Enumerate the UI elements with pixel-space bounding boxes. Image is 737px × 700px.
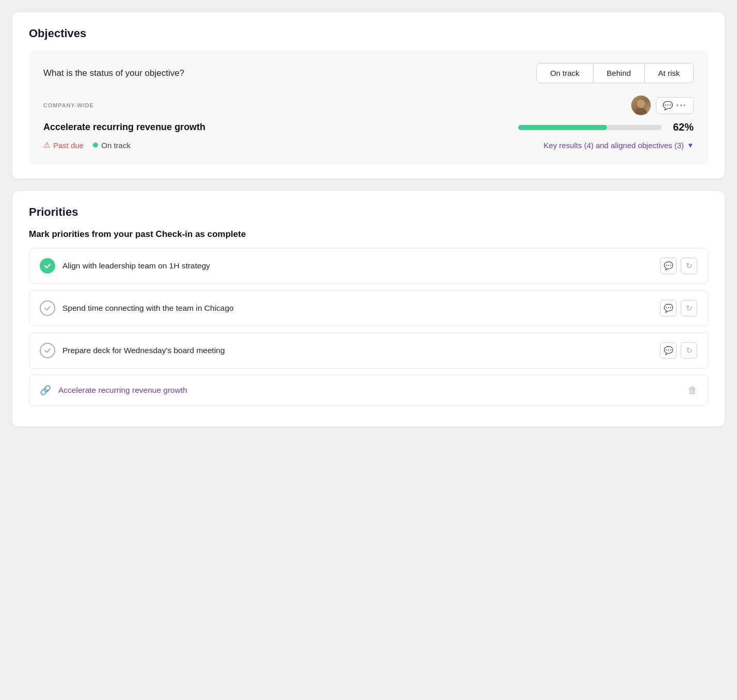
comment-icon-2: 💬 <box>664 304 674 313</box>
objective-status-row: ⚠ Past due On track Key results (4) and … <box>43 140 694 150</box>
refresh-button-2[interactable]: ↻ <box>681 300 697 316</box>
priorities-subtitle: Mark priorities from your past Check-in … <box>29 229 708 240</box>
priority-actions-1: 💬 ↻ <box>660 258 697 274</box>
objectives-title: Objectives <box>29 27 708 40</box>
refresh-icon-2: ↻ <box>686 304 693 313</box>
priority-link-item: 🔗 Accelerate recurring revenue growth 🗑 <box>29 375 708 406</box>
behind-button[interactable]: Behind <box>594 63 645 83</box>
priority-item-1: Align with leadership team on 1H strateg… <box>29 248 708 284</box>
company-wide-label: COMPANY-WIDE <box>43 102 94 108</box>
refresh-button-3[interactable]: ↻ <box>681 342 697 359</box>
checkmark-outline-icon-2 <box>43 304 52 312</box>
comment-button-3[interactable]: 💬 <box>660 342 677 359</box>
comment-button-1[interactable]: 💬 <box>660 258 677 274</box>
priority-actions-2: 💬 ↻ <box>660 300 697 316</box>
past-due-badge: ⚠ Past due <box>43 140 84 150</box>
refresh-button-1[interactable]: ↻ <box>681 258 697 274</box>
warning-icon: ⚠ <box>43 140 50 150</box>
on-track-button[interactable]: On track <box>537 63 594 83</box>
status-question-text: What is the status of your objective? <box>43 68 184 78</box>
status-button-group: On track Behind At risk <box>536 63 694 83</box>
priority-left-1: Align with leadership team on 1H strateg… <box>40 258 210 274</box>
comment-button[interactable]: 💬 ••• <box>656 97 694 114</box>
check-circle-outline-icon-3[interactable] <box>40 343 55 358</box>
link-icon: 🔗 <box>40 385 51 396</box>
checkmark-icon <box>43 262 52 270</box>
objective-title-text: Accelerate recurring revenue growth <box>43 122 205 133</box>
check-circle-outline-icon-2[interactable] <box>40 300 55 316</box>
progress-bar-fill <box>518 125 607 130</box>
avatar <box>631 96 651 115</box>
comment-icon-1: 💬 <box>664 261 674 271</box>
status-question-row: What is the status of your objective? On… <box>43 63 694 83</box>
objective-title-row: Accelerate recurring revenue growth 62% <box>43 121 694 133</box>
progress-section: 62% <box>518 121 694 133</box>
priority-text-3: Prepare deck for Wednesday's board meeti… <box>62 346 225 355</box>
chevron-down-icon: ▼ <box>687 141 694 149</box>
avatar-image <box>631 96 651 115</box>
comment-button-2[interactable]: 💬 <box>660 300 677 316</box>
priorities-section: Priorities Mark priorities from your pas… <box>12 191 725 426</box>
objectives-section: Objectives What is the status of your ob… <box>12 12 725 179</box>
priority-left-2: Spend time connecting with the team in C… <box>40 300 234 316</box>
priorities-title: Priorities <box>29 205 708 219</box>
priority-text-2: Spend time connecting with the team in C… <box>62 304 234 313</box>
priority-link-text[interactable]: Accelerate recurring revenue growth <box>58 386 187 395</box>
priority-link-left: 🔗 Accelerate recurring revenue growth <box>40 385 187 396</box>
past-due-label: Past due <box>53 141 84 150</box>
refresh-icon-1: ↻ <box>686 261 693 271</box>
on-track-label: On track <box>101 141 131 150</box>
on-track-badge: On track <box>93 141 131 150</box>
comment-icon: 💬 <box>663 101 673 110</box>
trash-icon[interactable]: 🗑 <box>688 385 697 396</box>
objective-meta-row: COMPANY-WIDE 💬 ••• <box>43 96 694 115</box>
key-results-link[interactable]: Key results (4) and aligned objectives (… <box>543 141 694 150</box>
comment-icon-3: 💬 <box>664 346 674 355</box>
green-dot-icon <box>93 142 98 148</box>
at-risk-button[interactable]: At risk <box>645 63 693 83</box>
more-icon: ••• <box>676 101 687 109</box>
priority-left-3: Prepare deck for Wednesday's board meeti… <box>40 343 225 358</box>
key-results-text: Key results (4) and aligned objectives (… <box>543 141 684 150</box>
checkmark-outline-icon-3 <box>43 346 52 355</box>
meta-actions: 💬 ••• <box>631 96 694 115</box>
progress-percent: 62% <box>668 121 694 133</box>
check-circle-filled-icon[interactable] <box>40 258 55 274</box>
objectives-inner-card: What is the status of your objective? On… <box>29 51 708 164</box>
status-tags: ⚠ Past due On track <box>43 140 131 150</box>
refresh-icon-3: ↻ <box>686 346 693 355</box>
priority-item-2: Spend time connecting with the team in C… <box>29 290 708 326</box>
priority-text-1: Align with leadership team on 1H strateg… <box>62 261 210 271</box>
priority-item-3: Prepare deck for Wednesday's board meeti… <box>29 332 708 369</box>
priority-actions-3: 💬 ↻ <box>660 342 697 359</box>
progress-bar-background <box>518 125 662 130</box>
